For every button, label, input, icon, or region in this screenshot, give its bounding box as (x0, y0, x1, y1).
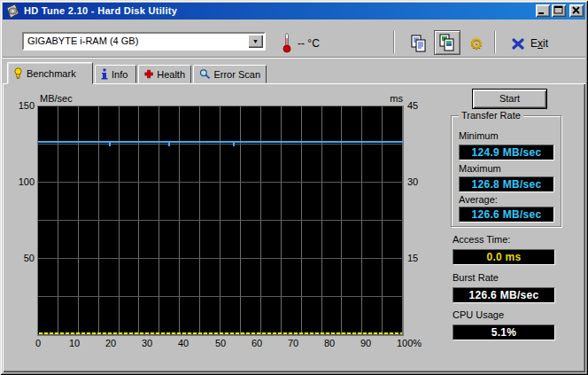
right-axis-tick: 30 (407, 176, 430, 187)
x-axis-tick: 70 (278, 338, 308, 348)
x-axis-tick: 50 (205, 338, 236, 348)
transfer-rate-dip (109, 143, 111, 146)
close-button[interactable] (569, 4, 584, 17)
x-axis-tick: 30 (132, 338, 162, 348)
window-title: HD Tune 2.10 - Hard Disk Utility (24, 5, 177, 16)
transfer-rate-group: Transfer Rate Minimum 124.9 MB/sec Maxim… (451, 115, 561, 227)
benchmark-icon (13, 67, 23, 80)
x-axis-tick: 0 (23, 338, 53, 348)
x-axis-tick: 100% (394, 338, 424, 348)
tab-info[interactable]: Info (95, 65, 136, 83)
right-axis-tick: 45 (407, 100, 430, 111)
toolbar-separator (494, 31, 496, 53)
benchmark-chart (37, 105, 404, 336)
average-label: Average: (459, 194, 498, 205)
title-bar[interactable]: HD Tune 2.10 - Hard Disk Utility (3, 3, 585, 20)
drive-select-dropdown-button[interactable]: ▼ (248, 35, 263, 48)
app-window: HD Tune 2.10 - Hard Disk Utility GIGABYT… (0, 0, 588, 375)
copy-text-button[interactable] (406, 32, 431, 55)
tab-label: Error Scan (213, 69, 260, 80)
maximize-icon (553, 5, 563, 15)
access-time-line (39, 332, 402, 334)
x-axis-tick: 90 (351, 338, 381, 348)
maximum-value: 126.8 MB/sec (459, 176, 554, 192)
left-axis-tick: 50 (12, 253, 35, 263)
health-cross-icon (144, 68, 153, 80)
maximum-label: Maximum (459, 163, 501, 174)
close-icon (571, 5, 581, 15)
burst-rate-label: Burst Rate (453, 272, 499, 283)
options-button[interactable]: ⚙ (464, 32, 489, 55)
transfer-rate-dip (233, 143, 235, 146)
minimum-value: 124.9 MB/sec (459, 145, 554, 160)
temperature-readout: -- °C (298, 37, 320, 50)
right-axis-unit-label: ms (379, 93, 403, 104)
x-axis-tick: 80 (314, 338, 344, 348)
tab-error-scan[interactable]: Error Scan (193, 65, 267, 83)
copy-screenshot-button[interactable] (434, 30, 460, 55)
tab-health[interactable]: Health (138, 65, 191, 83)
transfer-rate-line (38, 141, 403, 143)
info-icon (101, 68, 108, 80)
copy-icon (410, 35, 428, 52)
drive-select-value: GIGABYTE i-RAM (4 GB) (27, 35, 138, 46)
chevron-down-icon: ▼ (252, 38, 259, 44)
transfer-rate-dip (168, 143, 170, 146)
x-axis-tick: 20 (96, 338, 126, 348)
drive-select-combobox[interactable]: GIGABYTE i-RAM (4 GB) ▼ (22, 32, 266, 51)
left-axis-tick: 100 (12, 176, 35, 187)
cpu-usage-value: 5.1% (453, 324, 555, 340)
start-button[interactable]: Start (472, 89, 547, 109)
x-axis-tick: 10 (59, 338, 89, 348)
tab-benchmark[interactable]: Benchmark (7, 62, 93, 84)
cpu-usage-label: CPU Usage (453, 309, 504, 320)
access-time-label: Access Time: (453, 234, 510, 245)
right-axis-tick: 15 (407, 253, 430, 263)
copy-image-icon (438, 34, 456, 51)
x-axis-tick: 60 (242, 338, 272, 348)
burst-rate-value: 126.6 MB/sec (453, 287, 555, 303)
maximize-button[interactable] (552, 4, 566, 17)
tab-label: Benchmark (27, 68, 76, 79)
app-icon (5, 4, 20, 19)
toolbar-separator (393, 31, 395, 53)
x-axis-tick: 40 (168, 338, 198, 348)
access-time-value: 0.0 ms (453, 249, 555, 265)
tab-label: Info (112, 69, 128, 80)
average-value: 126.6 MB/sec (459, 207, 554, 223)
exit-x-icon (512, 38, 524, 50)
tab-label: Health (157, 69, 185, 80)
exit-label: Exit (530, 37, 548, 50)
minimum-label: Minimum (459, 130, 499, 141)
transfer-rate-group-label: Transfer Rate (459, 110, 523, 121)
exit-button[interactable]: Exit (512, 34, 548, 53)
magnifier-icon (199, 68, 210, 80)
minimize-button[interactable] (536, 4, 550, 17)
toolbar-divider (3, 57, 585, 59)
thermometer-icon (282, 32, 292, 53)
left-axis-tick: 150 (12, 100, 35, 111)
gear-icon: ⚙ (469, 35, 483, 52)
minimize-icon (538, 5, 547, 15)
left-axis-unit-label: MB/sec (40, 93, 73, 104)
